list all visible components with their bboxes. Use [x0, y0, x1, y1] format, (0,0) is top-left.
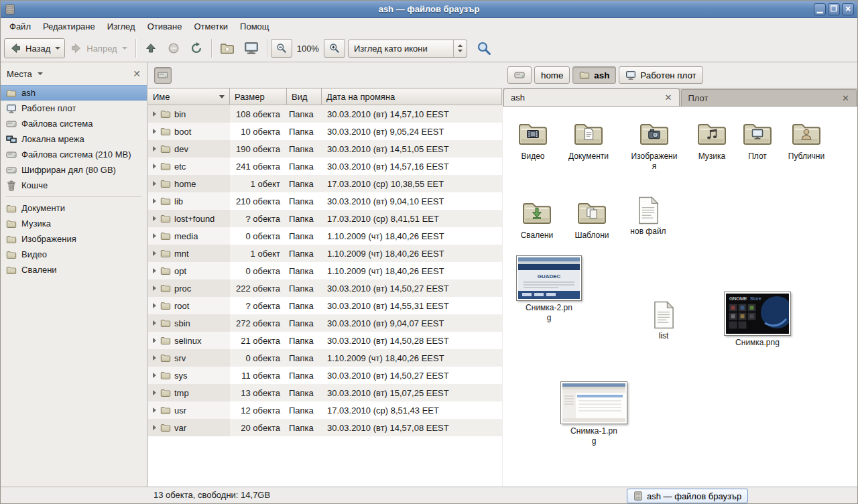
expander-icon[interactable] [153, 286, 156, 291]
table-row[interactable]: usr12 обектаПапка17.03.2010 (ср) 8,51,43… [148, 401, 502, 419]
table-row[interactable]: var20 обектаПапка30.03.2010 (вт) 14,57,0… [148, 419, 502, 436]
zoom-out-button[interactable] [271, 39, 292, 58]
expander-icon[interactable] [153, 146, 156, 151]
menu-go[interactable]: Отиване [141, 19, 188, 34]
sidebar-item-ash[interactable]: ash [1, 85, 147, 101]
expander-icon[interactable] [153, 251, 156, 256]
home-button[interactable] [215, 38, 239, 59]
window-list-button[interactable]: ash — файлов браузър [627, 489, 748, 503]
icon-item-new-file[interactable]: нов файл [618, 196, 678, 237]
menu-help[interactable]: Помощ [234, 19, 275, 34]
table-row[interactable]: sbin272 обектаПапка30.03.2010 (вт) 9,04,… [148, 314, 502, 332]
sidebar-item-desktop[interactable]: Работен плот [1, 101, 147, 116]
column-header-type[interactable]: Вид [287, 88, 322, 105]
table-row[interactable]: selinux21 обектаПапка30.03.2010 (вт) 14,… [148, 332, 502, 349]
icon-item-downloads[interactable]: Свалени [507, 196, 567, 241]
table-row[interactable]: srv0 обектаПапка1.10.2009 (чт) 18,40,26 … [148, 349, 502, 367]
path-button-root[interactable] [154, 67, 172, 84]
icon-item-documents[interactable]: Документи [558, 117, 619, 162]
expander-icon[interactable] [153, 198, 156, 204]
expander-icon[interactable] [153, 390, 156, 395]
tab-close-icon[interactable]: ✕ [665, 93, 672, 102]
expander-icon[interactable] [153, 129, 156, 134]
expander-icon[interactable] [153, 338, 156, 343]
table-row[interactable]: mnt1 обектПапка1.10.2009 (чт) 18,40,26 E… [148, 245, 502, 262]
table-row[interactable]: dev190 обектаПапка30.03.2010 (вт) 14,51,… [148, 140, 502, 158]
expander-icon[interactable] [153, 303, 156, 308]
sidebar-item-encrypted-80gb[interactable]: Шифриран дял (80 GB) [1, 162, 147, 178]
column-header-date-modified[interactable]: Дата на промяна [322, 88, 502, 105]
icon-view[interactable]: ВидеоДокументиИзображенияМузикаПлотПубли… [503, 107, 857, 487]
table-row[interactable]: sys11 обектаПапка30.03.2010 (вт) 14,50,2… [148, 367, 502, 384]
tab-ash[interactable]: ash✕ [503, 88, 680, 106]
table-row[interactable]: boot10 обектаПапка30.03.2010 (вт) 9,05,2… [148, 123, 502, 140]
menu-view[interactable]: Изглед [101, 19, 141, 34]
sidebar-item-pictures[interactable]: Изображения [1, 231, 147, 247]
table-row[interactable]: etc241 обектаПапка30.03.2010 (вт) 14,57,… [148, 158, 502, 175]
icon-item-video[interactable]: Видео [503, 117, 563, 162]
sidebar-close-icon[interactable]: ✕ [133, 68, 141, 79]
expander-icon[interactable] [153, 373, 156, 378]
forward-button[interactable]: Напред [65, 38, 131, 58]
expander-icon[interactable] [153, 233, 156, 239]
expander-icon[interactable] [153, 216, 156, 221]
back-button[interactable]: Назад [4, 38, 65, 58]
expander-icon[interactable] [153, 320, 156, 326]
expander-icon[interactable] [153, 164, 156, 169]
up-button[interactable] [139, 38, 162, 58]
column-header-name[interactable]: Име [148, 88, 230, 105]
icon-item-snimka[interactable]: GNOMEStoreСнимка.png [721, 292, 794, 348]
maximize-button[interactable]: ❒ [828, 3, 840, 15]
menu-edit[interactable]: Редактиране [37, 19, 101, 34]
sidebar-title[interactable]: Места [7, 69, 32, 79]
table-row[interactable]: media0 обектаПапка1.10.2009 (чт) 18,40,2… [148, 227, 502, 245]
sidebar-item-network[interactable]: Локална мрежа [1, 131, 147, 147]
path-button-desktop[interactable]: Работен плот [619, 66, 702, 84]
column-header-size[interactable]: Размер [230, 88, 287, 105]
minimize-button[interactable]: ▁ [814, 3, 826, 15]
table-row[interactable]: lost+found? обектаПапка17.03.2010 (ср) 8… [148, 210, 502, 227]
sidebar-item-downloads[interactable]: Свалени [1, 262, 147, 277]
table-row[interactable]: root? обектаПапка30.03.2010 (вт) 14,55,3… [148, 297, 502, 314]
menu-bookmarks[interactable]: Отметки [188, 19, 234, 34]
table-row[interactable]: home1 обектПапка17.03.2010 (ср) 10,38,55… [148, 175, 502, 192]
tab-close-icon[interactable]: ✕ [842, 94, 849, 103]
path-button-root[interactable] [507, 66, 532, 84]
expander-icon[interactable] [153, 268, 156, 273]
icon-item-list[interactable]: list [633, 301, 694, 341]
sidebar-item-documents[interactable]: Документи [1, 200, 147, 216]
expander-icon[interactable] [153, 407, 156, 413]
zoom-level[interactable]: 100% [292, 41, 324, 56]
titlebar[interactable]: ash — файлов браузър ▁ ❒ ✕ [1, 1, 857, 18]
path-button-home[interactable]: home [534, 66, 570, 84]
path-button-ash[interactable]: ash [572, 66, 616, 84]
reload-button[interactable] [185, 38, 208, 58]
table-row[interactable]: bin108 обектаПапка30.03.2010 (вт) 14,57,… [148, 105, 502, 123]
expander-icon[interactable] [153, 181, 156, 186]
icon-item-public[interactable]: Публични [776, 117, 837, 162]
icon-item-snimka-1[interactable]: Снимка-1.png [557, 381, 631, 446]
sidebar-item-video[interactable]: Видео [1, 247, 147, 262]
table-row[interactable]: lib210 обектаПапка30.03.2010 (вт) 9,04,1… [148, 192, 502, 210]
sidebar-item-volume-210mb[interactable]: Файлова система (210 MB) [1, 147, 147, 162]
expander-icon[interactable] [153, 355, 156, 361]
expander-icon[interactable] [153, 111, 156, 117]
table-row[interactable]: proc222 обектаПапка30.03.2010 (вт) 14,50… [148, 279, 502, 297]
places-dropdown-icon[interactable] [38, 72, 43, 75]
view-mode-combo[interactable]: Изглед като икони [348, 40, 467, 58]
computer-button[interactable] [239, 38, 263, 59]
sidebar-item-trash[interactable]: Кошче [1, 178, 147, 193]
table-row[interactable]: opt0 обектаПапка1.10.2009 (чт) 18,40,26 … [148, 262, 502, 279]
sidebar-item-filesystem[interactable]: Файлова система [1, 116, 147, 131]
expander-icon[interactable] [153, 425, 156, 430]
tab-plot[interactable]: Плот✕ [681, 89, 857, 106]
icon-item-pictures[interactable]: Изображения [624, 117, 684, 172]
menu-file[interactable]: Файл [3, 19, 37, 34]
stop-button[interactable] [162, 38, 185, 58]
sidebar-item-music[interactable]: Музика [1, 216, 147, 231]
icon-item-snimka-2[interactable]: GUADECСнимка-2.png [512, 255, 586, 323]
search-button[interactable] [471, 37, 497, 60]
icon-item-templates[interactable]: Шаблони [562, 196, 622, 241]
zoom-in-button[interactable] [324, 39, 345, 58]
table-row[interactable]: tmp13 обектаПапка30.03.2010 (вт) 15,07,2… [148, 384, 502, 401]
